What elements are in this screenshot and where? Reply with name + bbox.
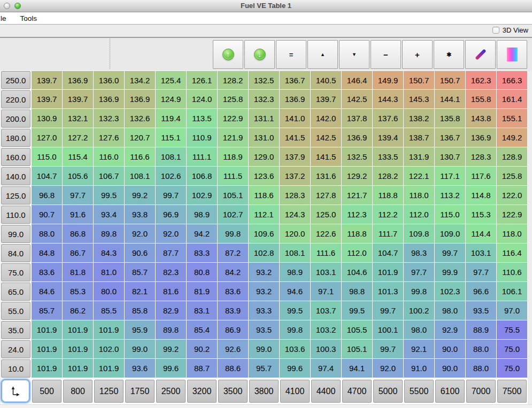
ve-cell[interactable]: 91.6 xyxy=(63,205,94,224)
ve-cell[interactable]: 136.9 xyxy=(466,128,497,147)
ve-cell[interactable]: 161.4 xyxy=(497,90,528,109)
ve-cell[interactable]: 132.5 xyxy=(342,147,373,167)
ve-cell[interactable]: 93.6 xyxy=(125,359,156,378)
ve-cell[interactable]: 90.7 xyxy=(32,205,63,224)
ve-cell[interactable]: 97.4 xyxy=(311,359,342,378)
ve-cell[interactable]: 85.8 xyxy=(125,301,156,320)
ve-cell[interactable]: 128.2 xyxy=(373,167,404,186)
y-axis-cell[interactable]: 84.0 xyxy=(1,244,30,262)
ve-cell[interactable]: 99.0 xyxy=(125,340,156,359)
ve-cell[interactable]: 98.8 xyxy=(342,282,373,301)
ve-cell[interactable]: 130.9 xyxy=(32,109,63,128)
ve-cell[interactable]: 138.2 xyxy=(404,109,435,128)
ve-cell[interactable]: 92.6 xyxy=(218,340,249,359)
ve-cell[interactable]: 136.9 xyxy=(125,90,156,109)
ve-cell[interactable]: 101.9 xyxy=(94,359,125,378)
ve-cell[interactable]: 103.1 xyxy=(466,244,497,263)
ve-cell[interactable]: 127.0 xyxy=(32,128,63,147)
ve-cell[interactable]: 101.9 xyxy=(63,340,94,359)
ve-cell[interactable]: 87.2 xyxy=(218,244,249,263)
ve-cell[interactable]: 97.7 xyxy=(404,263,435,282)
ve-cell[interactable]: 99.5 xyxy=(94,186,125,205)
ve-cell[interactable]: 96.9 xyxy=(156,205,187,224)
x-axis-cell[interactable]: 7000 xyxy=(466,380,496,403)
ve-cell[interactable]: 155.1 xyxy=(497,109,528,128)
ve-cell[interactable]: 125.4 xyxy=(156,70,187,90)
ve-cell[interactable]: 136.7 xyxy=(280,70,311,90)
ve-cell[interactable]: 91.0 xyxy=(404,359,435,378)
x-axis-cell[interactable]: 5000 xyxy=(373,380,403,403)
menu-item-file-clipped[interactable]: le xyxy=(0,14,9,22)
ve-cell[interactable]: 99.6 xyxy=(280,359,311,378)
ve-cell[interactable]: 122.9 xyxy=(218,109,249,128)
ve-cell[interactable]: 125.8 xyxy=(218,90,249,109)
ve-cell[interactable]: 82.9 xyxy=(156,301,187,320)
ve-cell[interactable]: 103.7 xyxy=(311,301,342,320)
ve-cell[interactable]: 141.0 xyxy=(280,109,311,128)
ve-cell[interactable]: 134.2 xyxy=(125,70,156,90)
ve-cell[interactable]: 101.9 xyxy=(94,320,125,340)
ve-cell[interactable]: 135.8 xyxy=(435,109,466,128)
ve-cell[interactable]: 108.1 xyxy=(156,147,187,167)
ve-cell[interactable]: 80.0 xyxy=(94,282,125,301)
ve-cell[interactable]: 136.9 xyxy=(63,70,94,90)
view-3d-toggle[interactable]: 3D View xyxy=(492,26,528,34)
ve-cell[interactable]: 92.1 xyxy=(404,340,435,359)
ve-cell[interactable]: 126.1 xyxy=(187,70,218,90)
x-axis-cell[interactable]: 7500 xyxy=(497,380,527,403)
ve-cell[interactable]: 132.1 xyxy=(63,109,94,128)
ve-cell[interactable]: 111.1 xyxy=(187,147,218,167)
x-axis-cell[interactable]: 3200 xyxy=(187,380,217,403)
ve-cell[interactable]: 103.2 xyxy=(311,320,342,340)
x-axis-cell[interactable]: 2500 xyxy=(156,380,186,403)
ve-cell[interactable]: 123.6 xyxy=(249,167,280,186)
ve-cell[interactable]: 101.3 xyxy=(373,282,404,301)
ve-cell[interactable]: 118.9 xyxy=(218,147,249,167)
x-axis-cell[interactable]: 4400 xyxy=(311,380,341,403)
ve-cell[interactable]: 83.3 xyxy=(187,244,218,263)
ve-cell[interactable]: 102.6 xyxy=(156,167,187,186)
ve-cell[interactable]: 117.1 xyxy=(435,167,466,186)
axis-corner-button[interactable] xyxy=(2,380,29,402)
ve-cell[interactable]: 136.0 xyxy=(94,70,125,90)
ve-cell[interactable]: 94.1 xyxy=(342,359,373,378)
ve-cell[interactable]: 132.3 xyxy=(249,90,280,109)
ve-cell[interactable]: 105.1 xyxy=(218,186,249,205)
ve-cell[interactable]: 115.1 xyxy=(156,128,187,147)
ve-cell[interactable]: 99.5 xyxy=(280,301,311,320)
ve-cell[interactable]: 99.8 xyxy=(280,320,311,340)
x-axis-cell[interactable]: 3800 xyxy=(249,380,279,403)
ve-cell[interactable]: 82.3 xyxy=(156,263,187,282)
ve-cell[interactable]: 137.8 xyxy=(342,109,373,128)
ve-cell[interactable]: 84.6 xyxy=(32,282,63,301)
ve-cell[interactable]: 97.7 xyxy=(466,263,497,282)
ve-cell[interactable]: 121.9 xyxy=(218,128,249,147)
ve-cell[interactable]: 116.6 xyxy=(125,147,156,167)
ve-cell[interactable]: 131.9 xyxy=(404,147,435,167)
window-button-gray[interactable] xyxy=(4,3,10,9)
ve-cell[interactable]: 81.0 xyxy=(94,263,125,282)
ve-cell[interactable]: 102.3 xyxy=(435,282,466,301)
ve-cell[interactable]: 81.6 xyxy=(156,282,187,301)
x-axis-cell[interactable]: 6100 xyxy=(435,380,465,403)
increase-button[interactable]: ▲ xyxy=(307,40,338,69)
ve-cell[interactable]: 96.6 xyxy=(466,282,497,301)
ve-cell[interactable]: 118.8 xyxy=(373,186,404,205)
ve-cell[interactable]: 75.0 xyxy=(497,359,528,378)
ve-cell[interactable]: 129.2 xyxy=(342,167,373,186)
green-up-arrow-button[interactable]: ↑ xyxy=(213,40,243,69)
ve-cell[interactable]: 121.7 xyxy=(342,186,373,205)
ve-cell[interactable]: 85.4 xyxy=(187,320,218,340)
ve-cell[interactable]: 128.2 xyxy=(218,70,249,90)
ve-cell[interactable]: 81.8 xyxy=(63,263,94,282)
ve-cell[interactable]: 98.3 xyxy=(404,244,435,263)
ve-cell[interactable]: 118.0 xyxy=(404,186,435,205)
ve-cell[interactable]: 139.7 xyxy=(32,90,63,109)
ve-cell[interactable]: 101.9 xyxy=(32,340,63,359)
ve-cell[interactable]: 98.0 xyxy=(404,320,435,340)
ve-cell[interactable]: 92.0 xyxy=(156,224,187,244)
set-equal-button[interactable]: = xyxy=(276,40,306,69)
ve-cell[interactable]: 141.5 xyxy=(280,128,311,147)
y-axis-cell[interactable]: 55.0 xyxy=(1,302,30,320)
ve-cell[interactable]: 116.0 xyxy=(94,147,125,167)
